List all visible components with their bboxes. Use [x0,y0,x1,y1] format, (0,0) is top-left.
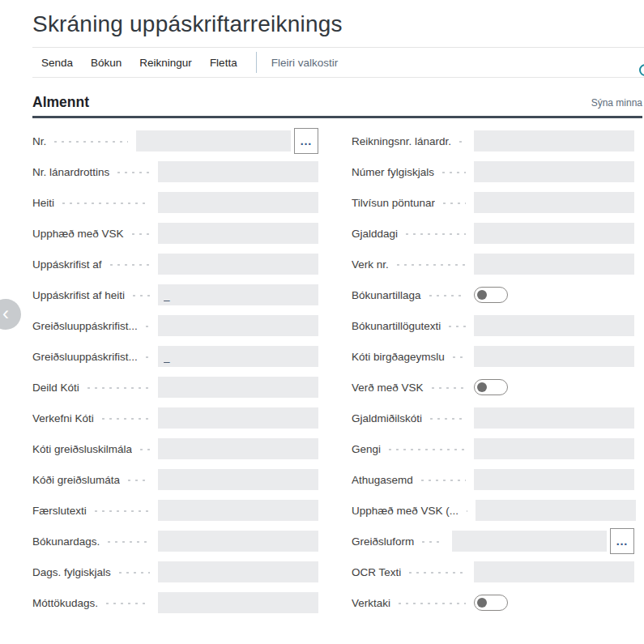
field-input[interactable] [158,254,318,275]
field-label: Bókunartillaga [352,289,421,301]
action-reikningur[interactable]: Reikningur [130,57,201,69]
field-input[interactable] [474,469,634,490]
field-input[interactable] [158,531,318,552]
field-control [474,438,634,459]
field-input[interactable] [158,315,318,336]
field-label: Bókunartillögutexti [352,320,441,332]
field-label: Kóti birgðageymslu [352,351,445,363]
field-input[interactable] [158,192,318,213]
field-input[interactable] [474,192,634,213]
dotted-leader [396,602,466,605]
invoice-registration-page: Skráning uppáskriftarreiknings Senda Bók… [0,8,644,644]
field-input[interactable] [136,130,291,151]
field-label: Verk nr. [352,258,389,271]
field-control [158,407,318,429]
toolbar-divider [256,52,257,73]
dotted-leader [100,417,150,420]
toggle-switch[interactable] [474,287,508,303]
field-input[interactable] [158,469,318,490]
field-input[interactable] [158,438,318,459]
field-control [474,561,634,582]
action-bokun[interactable]: Bókun [82,57,130,69]
field-label: Kóði greiðslumáta [32,474,120,486]
field-control [158,254,318,275]
dotted-leader [407,571,466,574]
field-label: Deild Kóti [32,382,79,394]
previous-record-button[interactable]: ‹ [0,299,21,330]
field-input[interactable] [158,346,318,367]
field-label: Tilvísun pöntunar [352,197,435,209]
field-label: Upphæð með VSK (... [352,505,458,517]
field-row-ocr-texti: OCR Texti [352,561,634,582]
field-row-b-kunartillaga: Bókunartillaga [352,284,634,305]
field-input[interactable] [474,130,634,151]
assist-edit-button[interactable]: … [294,128,318,154]
dotted-leader [138,448,150,451]
dotted-leader [403,232,466,236]
field-input[interactable] [474,223,634,244]
assist-edit-button[interactable]: … [610,528,634,554]
field-row-heiti: Heiti [32,192,318,213]
field-input[interactable] [158,407,318,429]
dotted-leader [427,294,466,297]
field-label: Móttökudags. [32,597,98,609]
action-fletta[interactable]: Fletta [201,57,246,69]
field-row-k-ti-grei-sluskilm-la: Kóti greiðsluskilmála [32,438,318,459]
field-control [476,500,636,521]
field-control [158,561,318,582]
action-bar: Senda Bókun Reikningur Fletta Fleiri val… [32,47,644,78]
field-control [158,346,318,367]
field-row-ver-me-vsk: Verð með VSK [352,377,634,398]
field-input[interactable] [158,223,318,244]
action-senda[interactable]: Senda [32,57,82,69]
field-label: Dags. fylgiskjals [32,566,111,578]
field-row-upp-skrifist-af: Uppáskrifist af [32,254,318,275]
field-input[interactable] [474,315,634,336]
field-control [158,469,318,490]
dotted-leader [429,386,466,390]
field-input[interactable] [474,407,634,429]
show-less-link[interactable]: Sýna minna [591,97,642,110]
dotted-leader [386,448,466,451]
field-row-grei-sluupp-skrifist: Greiðsluuppáskrifist... [32,346,318,367]
field-input[interactable] [476,500,636,521]
field-row-b-kunartill-gutexti: Bókunartillögutexti [352,315,634,336]
field-input[interactable] [474,438,634,459]
field-input[interactable] [452,531,607,552]
field-input[interactable] [158,284,318,305]
field-row-upp-skrifist-af-heiti: Uppáskrifist af heiti [32,284,318,305]
toggle-switch[interactable] [474,595,508,611]
fasttab-header-almennt: Almennt Sýna minna [32,94,642,118]
field-row-nr-l-nardrottins: Nr. lánardrottins [32,161,318,182]
field-control [158,438,318,459]
field-input[interactable] [474,561,634,582]
field-control [158,531,318,552]
field-label: Reikningsnr. lánardr. [352,135,451,147]
field-row-verkefni-k-ti: Verkefni Kóti [32,407,318,429]
field-row-gjalddagi: Gjalddagi [352,223,634,244]
field-row-m-tt-kudags: Móttökudags. [32,592,318,613]
field-control [474,595,634,611]
more-options-button[interactable]: Fleiri valkostir [267,57,343,69]
dotted-leader [143,325,150,328]
field-label: Færslutexti [32,505,87,517]
field-label: Greiðsluform [352,535,414,548]
section-title: Almennt [32,94,89,110]
field-input[interactable] [474,254,634,275]
field-control [474,287,634,303]
field-label: Greiðsluuppáskrifist... [32,320,138,332]
form-column-left: Nr. … Nr. lánardrottins Heiti Upphæð með… [32,130,318,623]
dotted-leader [457,140,466,143]
field-input[interactable] [158,561,318,582]
field-input[interactable] [158,161,318,182]
field-input[interactable] [474,346,634,367]
field-row-grei-sluform: Greiðsluform … [352,531,634,552]
field-input[interactable] [158,500,318,521]
field-row-verk-nr: Verk nr. [352,254,634,275]
field-control [158,223,318,244]
field-input[interactable] [474,161,634,182]
field-input[interactable] [158,377,318,398]
toggle-switch[interactable] [474,379,508,395]
field-control [474,469,634,490]
field-input[interactable] [158,592,318,613]
